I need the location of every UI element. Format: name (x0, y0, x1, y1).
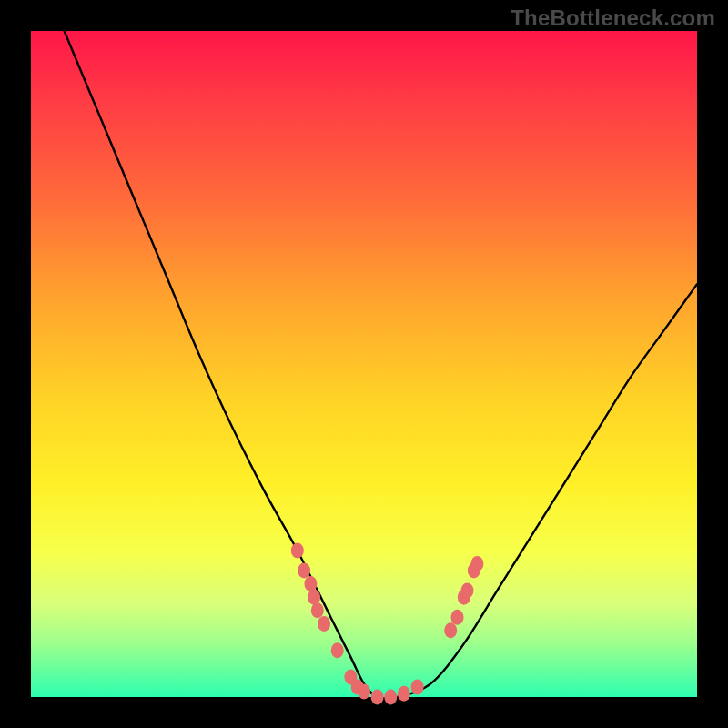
curve-marker (311, 602, 324, 618)
curve-marker (331, 642, 344, 658)
chart-svg (31, 31, 697, 697)
plot-area (31, 31, 697, 697)
marker-group (291, 543, 484, 705)
chart-frame: TheBottleneck.com (0, 0, 728, 728)
bottleneck-curve (65, 31, 697, 699)
curve-marker (451, 610, 464, 625)
curve-marker (358, 684, 370, 700)
curve-marker (444, 622, 457, 638)
curve-marker (411, 680, 424, 695)
curve-marker (308, 590, 320, 605)
curve-marker (304, 576, 317, 592)
curve-marker (461, 582, 474, 598)
curve-marker (470, 556, 483, 571)
curve-marker (318, 616, 330, 632)
curve-marker (371, 690, 384, 705)
curve-marker (398, 686, 410, 702)
curve-marker (291, 543, 304, 559)
watermark-text: TheBottleneck.com (511, 5, 715, 31)
curve-marker (384, 690, 397, 705)
curve-marker (298, 562, 310, 578)
